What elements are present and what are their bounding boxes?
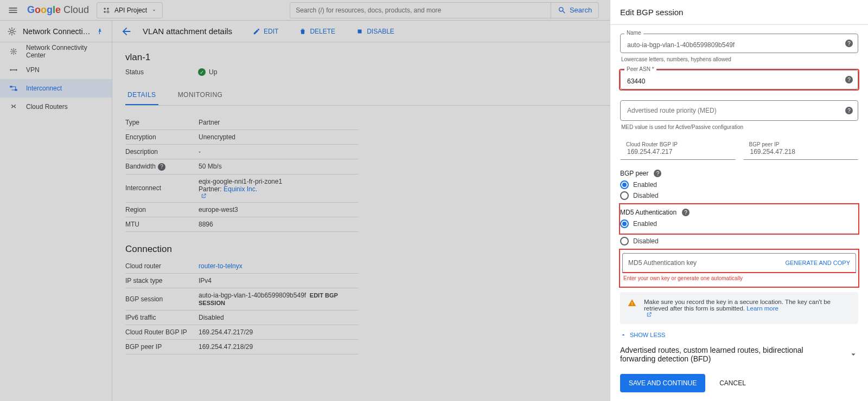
search-button[interactable]: Search <box>551 3 598 18</box>
help-icon[interactable]: ? <box>682 209 690 216</box>
md5-enabled-radio[interactable]: Enabled <box>620 219 858 228</box>
med-input[interactable] <box>626 106 838 115</box>
med-field: ? <box>620 100 858 121</box>
tab-monitoring[interactable]: MONITORING <box>176 86 225 105</box>
nav-interconnect[interactable]: Interconnect <box>0 79 112 98</box>
radio-checked-icon <box>620 219 629 228</box>
status-label: Status <box>125 68 144 76</box>
bgp-peer-group-label: BGP peer ? <box>620 170 858 177</box>
md5-key-placeholder[interactable]: MD5 Authentication key <box>628 259 697 267</box>
svg-point-7 <box>10 69 11 71</box>
panel-title: Edit BGP session <box>610 0 868 25</box>
md5-auth-group-label: MD5 Authentication ? <box>620 209 858 216</box>
warning-icon <box>628 299 636 318</box>
external-link-icon <box>646 312 652 318</box>
stop-icon <box>356 28 363 35</box>
help-icon[interactable]: ? <box>845 40 853 47</box>
hub-icon <box>9 47 18 56</box>
key-warning-box: Make sure you record the key in a secure… <box>620 292 858 324</box>
md5-auth-highlight: MD5 Authentication ? Enabled <box>619 203 859 235</box>
vpn-icon <box>9 65 18 75</box>
search-input[interactable] <box>290 7 551 14</box>
google-cloud-logo[interactable]: Google Cloud <box>27 4 89 16</box>
connection-table: Cloud routerrouter-to-telnyx IP stack ty… <box>125 259 359 354</box>
generate-and-copy-button[interactable]: GENERATE AND COPY <box>785 260 850 266</box>
svg-rect-9 <box>11 69 16 70</box>
name-input[interactable] <box>626 41 838 49</box>
details-table: TypePartner EncryptionUnencrypted Descri… <box>125 115 359 232</box>
svg-rect-10 <box>10 86 12 88</box>
back-button[interactable] <box>120 25 133 38</box>
disable-button[interactable]: DISABLE <box>356 28 394 35</box>
help-icon[interactable]: ? <box>845 76 853 83</box>
delete-button[interactable]: DELETE <box>299 28 335 35</box>
chevron-down-icon <box>848 350 858 359</box>
pencil-icon <box>253 28 260 35</box>
md5-key-highlight: MD5 Authentication key GENERATE AND COPY… <box>619 249 859 288</box>
bgp-peer-disabled-radio[interactable]: Disabled <box>620 191 858 200</box>
bgp-peer-enabled-radio[interactable]: Enabled <box>620 180 858 189</box>
nav-ncc[interactable]: Network Connectivity Center <box>0 42 112 61</box>
edit-button[interactable]: EDIT <box>253 28 278 35</box>
svg-point-1 <box>107 8 109 10</box>
nav-vpn[interactable]: VPN <box>0 61 112 79</box>
router-icon <box>9 102 18 112</box>
product-title: Network Connecti… <box>23 27 91 36</box>
advanced-expander[interactable]: Advertised routes, custom learned routes… <box>620 344 858 365</box>
page-title: VLAN attachment details <box>143 27 232 36</box>
med-helper: MED value is used for Active/Passive con… <box>621 124 858 130</box>
cloud-router-bgp-ip-field: Cloud Router BGP IP <box>620 138 736 160</box>
cloud-router-bgp-ip-input <box>626 147 716 156</box>
trash-icon <box>299 28 307 35</box>
svg-point-8 <box>16 69 17 71</box>
search-icon <box>558 6 566 15</box>
learn-more-link[interactable]: Learn more <box>746 305 778 312</box>
project-name: API Project <box>114 7 147 14</box>
radio-unchecked-icon <box>620 237 629 245</box>
svg-point-6 <box>13 51 15 53</box>
external-link-icon <box>201 193 207 199</box>
show-less-toggle[interactable]: SHOW LESS <box>620 332 858 338</box>
cloud-router-link[interactable]: router-to-telnyx <box>199 262 242 270</box>
caret-down-icon <box>151 8 157 13</box>
peer-asn-field: Peer ASN * ? <box>620 70 858 89</box>
project-selector[interactable]: API Project <box>97 2 163 18</box>
bgp-peer-ip-field: BGP peer IP <box>743 138 859 160</box>
network-connectivity-icon <box>7 26 17 37</box>
svg-point-3 <box>107 11 109 13</box>
interconnect-icon <box>9 83 18 93</box>
md5-key-field: MD5 Authentication key GENERATE AND COPY <box>622 253 856 273</box>
partner-link[interactable]: Equinix Inc. <box>224 185 257 193</box>
name-field: Name ? <box>620 34 858 53</box>
md5-key-error: Enter your own key or generate one autom… <box>623 275 856 281</box>
bgp-peer-ip-input <box>749 147 839 156</box>
svg-point-2 <box>104 11 106 13</box>
svg-point-0 <box>104 8 106 10</box>
cancel-button[interactable]: CANCEL <box>716 379 749 387</box>
chevron-up-icon <box>620 332 627 338</box>
status-ok-icon: ✓ <box>198 68 206 76</box>
radio-checked-icon <box>620 180 629 189</box>
nav-cloud-routers[interactable]: Cloud Routers <box>0 98 112 116</box>
save-and-continue-button[interactable]: SAVE AND CONTINUE <box>620 374 705 392</box>
help-icon[interactable]: ? <box>845 107 853 114</box>
left-nav: Network Connectivity Center VPN Intercon… <box>0 42 112 401</box>
edit-bgp-session-panel: Edit BGP session Name ? Lowercase letter… <box>610 0 868 401</box>
tab-details[interactable]: DETAILS <box>125 86 158 105</box>
global-search: Search <box>290 2 599 18</box>
help-icon[interactable]: ? <box>654 170 661 177</box>
svg-rect-5 <box>358 29 362 33</box>
status-value: ✓ Up <box>198 68 217 76</box>
md5-disabled-radio[interactable]: Disabled <box>620 237 858 245</box>
radio-unchecked-icon <box>620 191 629 200</box>
hamburger-menu-icon[interactable] <box>7 4 20 17</box>
peer-asn-input[interactable] <box>626 77 838 86</box>
pin-icon[interactable] <box>96 28 104 35</box>
name-helper: Lowercase letters, numbers, hyphens allo… <box>621 56 858 62</box>
svg-point-4 <box>11 30 14 33</box>
help-icon[interactable]: ? <box>158 163 165 171</box>
